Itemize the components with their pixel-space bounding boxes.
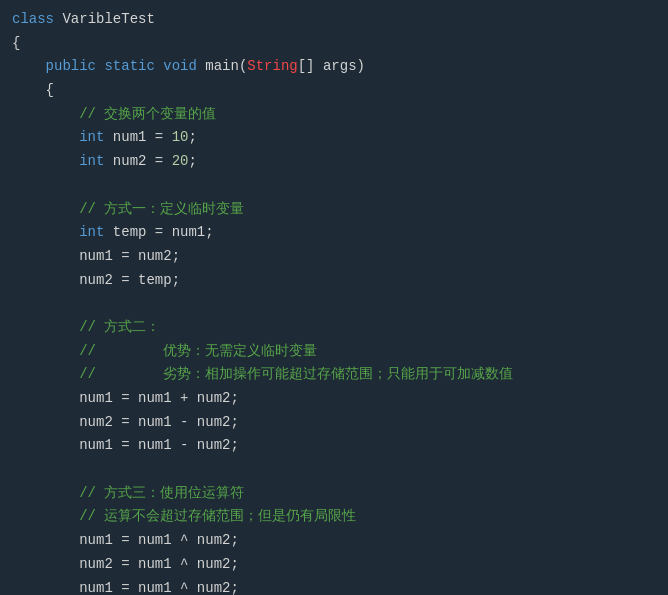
- code-token: num2 = num1 ^ num2;: [12, 554, 239, 576]
- code-line: num1 = num1 - num2;: [0, 434, 668, 458]
- code-token: [12, 341, 79, 363]
- code-line: [0, 292, 668, 316]
- code-token: 20: [172, 151, 189, 173]
- code-line: {: [0, 79, 668, 103]
- code-line: num1 = num2;: [0, 245, 668, 269]
- code-line: // 方式二：: [0, 316, 668, 340]
- code-line: // 方式一：定义临时变量: [0, 198, 668, 222]
- code-line: [0, 458, 668, 482]
- code-token: // 方式二：: [79, 317, 160, 339]
- code-token: {: [12, 80, 54, 102]
- code-token: [12, 56, 46, 78]
- code-line: // 劣势：相加操作可能超过存储范围；只能用于可加减数值: [0, 363, 668, 387]
- code-token: VaribleTest: [62, 9, 154, 31]
- code-token: 10: [172, 127, 189, 149]
- code-token: [96, 56, 104, 78]
- code-line: public static void main(String[] args): [0, 55, 668, 79]
- code-token: [12, 104, 79, 126]
- code-token: // 优势：无需定义临时变量: [79, 341, 317, 363]
- code-token: num1 = num1 - num2;: [12, 435, 239, 457]
- code-token: // 方式一：定义临时变量: [79, 199, 244, 221]
- code-token: num1 = num1 + num2;: [12, 388, 239, 410]
- code-token: {: [12, 33, 20, 55]
- code-token: void: [163, 56, 197, 78]
- code-line: num2 = num1 - num2;: [0, 411, 668, 435]
- code-token: // 劣势：相加操作可能超过存储范围；只能用于可加减数值: [79, 364, 513, 386]
- code-token: main(: [197, 56, 247, 78]
- code-token: num1 =: [104, 127, 171, 149]
- code-line: num2 = temp;: [0, 269, 668, 293]
- code-token: num2 = num1 - num2;: [12, 412, 239, 434]
- code-token: [12, 127, 79, 149]
- code-token: // 运算不会超过存储范围；但是仍有局限性: [79, 506, 356, 528]
- code-token: [] args): [298, 56, 365, 78]
- code-line: num2 = num1 ^ num2;: [0, 553, 668, 577]
- code-token: num2 =: [104, 151, 171, 173]
- code-line: // 交换两个变量的值: [0, 103, 668, 127]
- code-line: num1 = num1 ^ num2;: [0, 529, 668, 553]
- code-line: num1 = num1 ^ num2;: [0, 577, 668, 596]
- code-token: temp = num1;: [104, 222, 213, 244]
- code-token: // 交换两个变量的值: [79, 104, 216, 126]
- code-token: [12, 506, 79, 528]
- code-token: [12, 317, 79, 339]
- code-line: class VaribleTest: [0, 8, 668, 32]
- code-line: num1 = num1 + num2;: [0, 387, 668, 411]
- code-token: int: [79, 151, 104, 173]
- code-editor: class VaribleTest{ public static void ma…: [0, 0, 668, 595]
- code-token: [12, 364, 79, 386]
- code-token: num1 = num2;: [12, 246, 180, 268]
- code-token: [12, 151, 79, 173]
- code-token: public: [46, 56, 96, 78]
- code-token: static: [104, 56, 154, 78]
- code-token: [12, 199, 79, 221]
- code-token: num2 = temp;: [12, 270, 180, 292]
- code-line: // 优势：无需定义临时变量: [0, 340, 668, 364]
- code-token: int: [79, 222, 104, 244]
- code-token: num1 = num1 ^ num2;: [12, 530, 239, 552]
- code-line: [0, 174, 668, 198]
- code-token: String: [247, 56, 297, 78]
- code-token: ;: [188, 127, 196, 149]
- code-token: [12, 222, 79, 244]
- code-line: int temp = num1;: [0, 221, 668, 245]
- code-line: int num1 = 10;: [0, 126, 668, 150]
- code-token: int: [79, 127, 104, 149]
- code-line: int num2 = 20;: [0, 150, 668, 174]
- code-token: [12, 483, 79, 505]
- code-line: // 运算不会超过存储范围；但是仍有局限性: [0, 505, 668, 529]
- code-token: // 方式三：使用位运算符: [79, 483, 244, 505]
- code-token: num1 = num1 ^ num2;: [12, 578, 239, 596]
- code-line: {: [0, 32, 668, 56]
- code-token: [155, 56, 163, 78]
- code-token: ;: [188, 151, 196, 173]
- code-token: class: [12, 9, 62, 31]
- code-line: // 方式三：使用位运算符: [0, 482, 668, 506]
